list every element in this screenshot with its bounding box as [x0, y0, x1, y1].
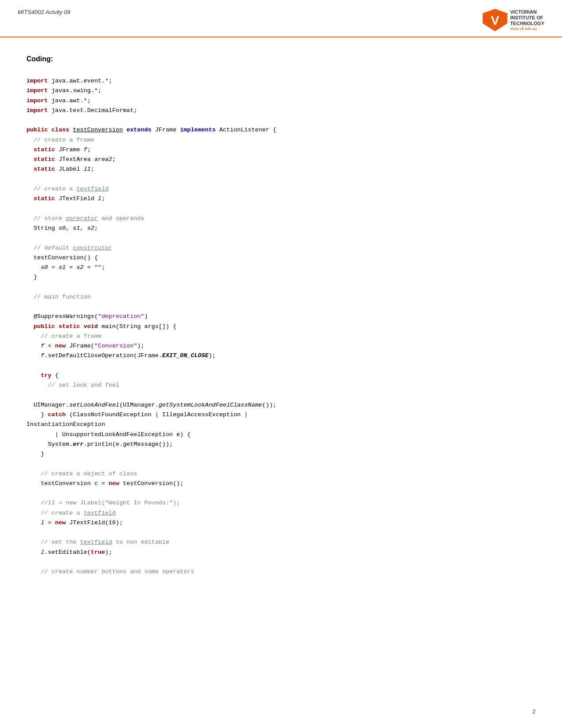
section-heading: Coding: [26, 55, 536, 63]
logo-text: VICTORIAN INSTITUTE OF TECHNOLOGY www.vi… [510, 9, 544, 31]
logo-website: www.vit.edu.au [510, 26, 544, 31]
page-number: 2 [532, 708, 536, 715]
main-content: Coding: import java.awt.event.*; import … [0, 37, 562, 595]
logo: V VICTORIAN INSTITUTE OF TECHNOLOGY www.… [482, 8, 544, 32]
vit-logo-icon: V [482, 8, 508, 32]
svg-text:V: V [491, 14, 499, 27]
document-title: MITS4002 Actvity 09 [18, 8, 70, 16]
code-block: import java.awt.event.*; import javax.sw… [26, 76, 536, 577]
logo-line2: INSTITUTE OF [510, 15, 544, 21]
logo-line1: VICTORIAN [510, 9, 544, 15]
page-header: MITS4002 Actvity 09 V VICTORIAN INSTITUT… [0, 0, 562, 37]
logo-line3: TECHNOLOGY [510, 21, 544, 26]
